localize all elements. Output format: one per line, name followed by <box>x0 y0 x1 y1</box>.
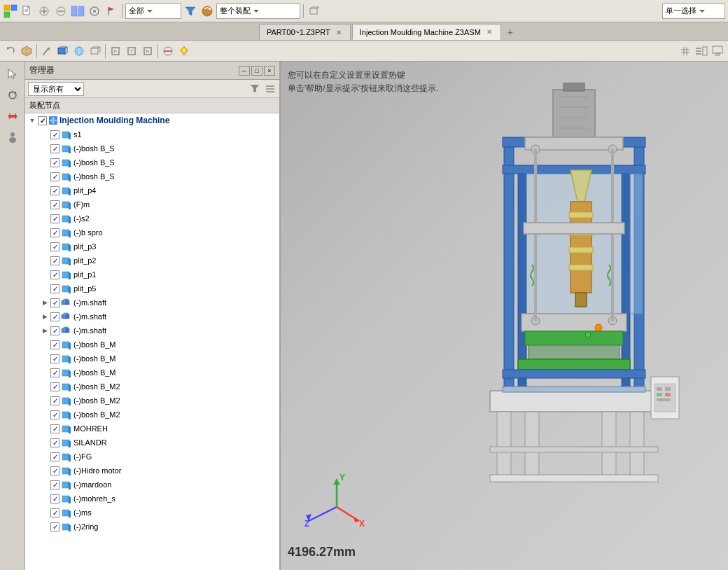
circle-icon[interactable] <box>87 4 102 19</box>
tree-expand-btn[interactable]: ▶ <box>41 312 49 321</box>
tree-item[interactable]: (-)b spro <box>25 225 279 239</box>
assembly-dropdown[interactable]: 整个装配 <box>216 4 300 19</box>
tree-item[interactable]: (-)ms <box>25 506 279 520</box>
tree-item-checkbox[interactable] <box>50 130 59 139</box>
view3d-icon[interactable] <box>307 4 322 19</box>
tab-part[interactable]: PART00~1.Z3PRT ✕ <box>259 24 351 40</box>
tree-item-checkbox[interactable] <box>50 242 59 251</box>
tree-expand-btn[interactable]: ▶ <box>41 298 49 307</box>
tree-item-checkbox[interactable] <box>50 410 59 419</box>
tree-item[interactable]: (-)bosh B_M2 <box>25 408 279 422</box>
front-view-icon[interactable]: F <box>108 43 123 59</box>
tree-item-checkbox[interactable] <box>50 326 59 335</box>
tree-item-checkbox[interactable] <box>50 340 59 349</box>
panel-maximize-btn[interactable]: □ <box>251 66 262 76</box>
new-icon[interactable] <box>20 4 35 19</box>
tree-area[interactable]: ▼ Injection Moulding Machine <box>25 113 279 570</box>
tree-item[interactable]: ▶ (-)m.shaft <box>25 296 279 310</box>
tree-item-checkbox[interactable] <box>50 284 59 293</box>
wireframe-icon[interactable] <box>88 43 103 59</box>
tree-item[interactable]: plit_p5 <box>25 281 279 296</box>
tree-item[interactable]: (-)mardoon <box>25 478 279 492</box>
filter-funnel-icon[interactable] <box>248 83 261 95</box>
root-expand[interactable]: ▼ <box>28 116 36 125</box>
tree-item[interactable]: (-)bosh B_M2 <box>25 394 279 408</box>
grid-icon[interactable] <box>678 43 693 59</box>
tree-item-checkbox[interactable] <box>50 494 59 503</box>
filter-list-icon[interactable] <box>264 83 276 95</box>
tree-root[interactable]: ▼ Injection Moulding Machine <box>25 113 279 127</box>
filter-select[interactable]: 显示所有 <box>28 82 84 96</box>
tree-item[interactable]: (-)bosh B_S <box>25 155 279 169</box>
refresh-icon[interactable] <box>200 4 215 19</box>
tree-item-checkbox[interactable] <box>50 452 59 461</box>
rotate-tool[interactable] <box>3 85 22 105</box>
box-icon[interactable] <box>55 43 71 59</box>
tree-item[interactable]: (-)bosh B_M2 <box>25 380 279 394</box>
all-dropdown[interactable]: 全部 <box>125 4 181 19</box>
tree-item[interactable]: MOHREH <box>25 422 279 436</box>
tree-item-checkbox[interactable] <box>50 480 59 489</box>
tree-item[interactable]: SILANDR <box>25 436 279 450</box>
select-dropdown[interactable]: 单一选择 <box>662 4 725 19</box>
tree-item[interactable]: plit_p2 <box>25 253 279 267</box>
tree-item-checkbox[interactable] <box>50 270 59 279</box>
filter2-icon[interactable] <box>183 4 198 19</box>
tree-item[interactable]: ▶ (-)m.shaft <box>25 310 279 324</box>
right-view-icon[interactable]: R <box>140 43 155 59</box>
tree-item-checkbox[interactable] <box>50 144 59 153</box>
light-icon[interactable] <box>176 43 192 59</box>
logo-icon[interactable] <box>3 4 18 19</box>
top-view-icon[interactable]: T <box>124 43 139 59</box>
cursor-tool[interactable] <box>3 64 22 84</box>
tree-item[interactable]: (-)bosh B_M <box>25 338 279 352</box>
new-tab-button[interactable]: + <box>503 24 518 40</box>
root-checkbox[interactable] <box>38 116 47 125</box>
viewport-content[interactable]: 您可以在自定义设置里设置热键 单击'帮助/显示提示'按钮来取消这些提示. <box>281 62 728 570</box>
tree-item-checkbox[interactable] <box>50 522 59 531</box>
tree-item[interactable]: plit_p1 <box>25 267 279 281</box>
tree-item-checkbox[interactable] <box>50 396 59 405</box>
person-icon[interactable] <box>3 127 22 147</box>
tab-asm[interactable]: Injection Moulding Machine.Z3ASM ✕ <box>352 24 501 40</box>
tree-item-checkbox[interactable] <box>50 200 59 209</box>
tree-item[interactable]: (-)bosh B_S <box>25 169 279 183</box>
add-icon[interactable] <box>36 4 52 19</box>
pencil-icon[interactable] <box>39 43 55 59</box>
tree-item[interactable]: (-)2ring <box>25 520 279 534</box>
panel-close-btn[interactable]: × <box>264 66 275 76</box>
undo-icon[interactable] <box>3 43 18 59</box>
tree-item-checkbox[interactable] <box>50 186 59 195</box>
tree-item[interactable]: (-)mohreh_s <box>25 492 279 506</box>
tree-item-checkbox[interactable] <box>50 214 59 223</box>
tree-item-checkbox[interactable] <box>50 466 59 475</box>
tree-item-checkbox[interactable] <box>50 438 59 447</box>
tree-item[interactable]: (F)m <box>25 197 279 211</box>
tab-part-close[interactable]: ✕ <box>335 28 343 36</box>
split-icon[interactable] <box>70 4 85 19</box>
tree-item-checkbox[interactable] <box>50 312 59 321</box>
view-cube-icon[interactable] <box>19 43 34 59</box>
tree-item[interactable]: (-)bosh B_S <box>25 141 279 155</box>
tree-expand-btn[interactable]: ▶ <box>41 326 49 335</box>
tab-asm-close[interactable]: ✕ <box>485 28 493 36</box>
tree-item-checkbox[interactable] <box>50 256 59 265</box>
tree-item[interactable]: (-)Hidro motor <box>25 464 279 478</box>
settings2-icon[interactable] <box>710 43 725 59</box>
tree-item[interactable]: (-)bosh B_M <box>25 352 279 366</box>
tree-item-checkbox[interactable] <box>50 382 59 391</box>
measure-tool[interactable] <box>3 106 22 126</box>
tree-item-checkbox[interactable] <box>50 424 59 433</box>
tree-item-checkbox[interactable] <box>50 354 59 363</box>
tree-item-checkbox[interactable] <box>50 228 59 237</box>
tree-item-checkbox[interactable] <box>50 298 59 307</box>
tree-item-checkbox[interactable] <box>50 508 59 517</box>
tree-item[interactable]: (-)FG <box>25 450 279 464</box>
tree-item[interactable]: s1 <box>25 127 279 141</box>
panel-minimize-btn[interactable]: ─ <box>239 66 250 76</box>
tree-item-checkbox[interactable] <box>50 158 59 167</box>
expand-icon[interactable] <box>694 43 709 59</box>
tree-item-checkbox[interactable] <box>50 172 59 181</box>
minus-icon[interactable] <box>53 4 69 19</box>
flag-icon[interactable] <box>104 4 119 19</box>
